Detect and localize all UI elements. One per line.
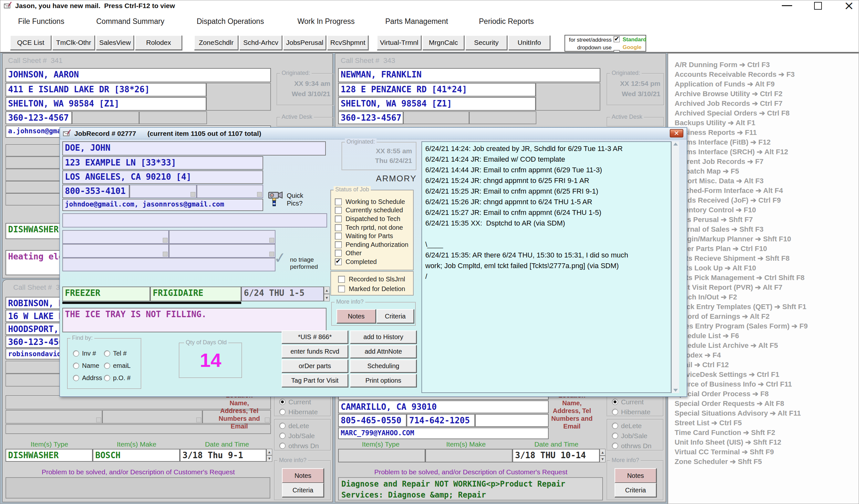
status-option[interactable]: Currently scheduled	[335, 206, 412, 215]
csr-city-field[interactable]: CAMARILLO, CA 93010	[338, 400, 549, 413]
status-option[interactable]: Recorded to SlsJrnl	[338, 274, 412, 284]
shortcut-item[interactable]: Fetched-Form Interface ➔ Alt F4	[675, 187, 859, 196]
dialog-action-button[interactable]: orDer parts	[282, 360, 348, 373]
radio-row[interactable]: Hibernate	[612, 407, 663, 417]
dialog-close-button[interactable]: ✕	[670, 129, 683, 138]
dlg-email-field[interactable]: johndoe@gmail.com, jasonnross@gmail.com	[62, 199, 263, 211]
shortcut-item[interactable]: Special Order Requests ➔ Alt F8	[675, 399, 859, 409]
radio-row[interactable]: deLete	[612, 421, 663, 431]
cs341-name-field[interactable]: JOHNSON, AARON	[5, 68, 271, 82]
toolbar-virtual-trmnl[interactable]: Virtual-Trmnl	[377, 35, 421, 50]
shortcut-item[interactable]: A/R Dunning Form ➔ Ctrl F3	[675, 61, 859, 70]
shortcut-item[interactable]: Quick Entry Templates (QET) ➔ Shft F1	[675, 303, 859, 312]
menu-dispatch-operations[interactable]: Dispatch Operations	[197, 17, 264, 26]
toolbar-qce-list[interactable]: QCE List	[10, 35, 51, 50]
status-option[interactable]: Marked for Deletion	[338, 284, 412, 294]
csr-email-field[interactable]: MARC_799@YAHOO.COM	[338, 427, 549, 439]
dialog-action-button[interactable]: Print options	[350, 374, 417, 387]
notes-button[interactable]: Notes	[282, 468, 324, 483]
shortcut-item[interactable]: Schedule List ➔ F6	[675, 332, 859, 341]
dlg-phone3-box[interactable]	[197, 185, 263, 198]
shortcut-item[interactable]: Parts Look Up ➔ Alt F10	[675, 264, 859, 273]
quick-pics-label[interactable]: Quick Pics?	[287, 192, 303, 207]
csr-phone2-field[interactable]: 714-642-1205	[407, 414, 475, 427]
dlg-phone2-box[interactable]	[130, 185, 197, 198]
dialog-action-button[interactable]: *UIS # 866*	[282, 330, 348, 344]
notes-button[interactable]: Notes	[615, 468, 657, 483]
cs341-phone3-box[interactable]	[139, 111, 207, 124]
dialog-action-button[interactable]: Scheduling	[350, 360, 417, 373]
status-option[interactable]: Dispatched to Tech	[335, 215, 412, 223]
find-by-option[interactable]: Inv #	[73, 347, 102, 360]
cs342-datetime-field[interactable]: 3/18 Thu 9-1	[180, 449, 267, 462]
shortcut-item[interactable]: Street List ➔ Ctrl F5	[675, 419, 859, 428]
dialog-action-button[interactable]: add to History	[350, 330, 417, 344]
csr-phone1-field[interactable]: 805-465-0550	[338, 414, 407, 427]
criteria-button[interactable]: Criteria	[282, 483, 324, 497]
shortcut-item[interactable]: Funds Received (JoF) ➔ Ctrl F9	[675, 196, 859, 206]
shortcut-item[interactable]: Backups Utility ➔ Alt F1	[675, 119, 859, 128]
dlg-problem-field[interactable]: THE ICE TRAY IS NOT FILLING.	[62, 308, 327, 332]
dlg-mid-field[interactable]	[62, 213, 327, 227]
radio-row[interactable]: Hibernate	[279, 407, 330, 417]
toolbar-rolodex[interactable]: Rolodex	[135, 35, 182, 50]
menu-file-functions[interactable]: File Functions	[18, 17, 64, 26]
csr-item-make-field[interactable]	[425, 449, 512, 462]
shortcut-item[interactable]: Zone Scheduler ➔ Shft F5	[675, 458, 859, 467]
cs342-problem-textarea[interactable]	[5, 477, 270, 499]
shortcut-item[interactable]: Application of Funds ➔ Alt F9	[675, 80, 859, 90]
criteria-button[interactable]: Criteria	[377, 309, 414, 323]
shortcut-item[interactable]: Export Misc. Data ➔ Alt F3	[675, 177, 859, 187]
find-by-option[interactable]: Addrss	[73, 372, 102, 384]
status-option[interactable]: Pending Authorization	[335, 240, 412, 249]
shortcut-item[interactable]: Sales Entry Program (Sales Form) ➔ F9	[675, 322, 859, 332]
radio-row[interactable]: othrws Dn	[279, 441, 330, 451]
find-by-option[interactable]: Name	[73, 360, 102, 372]
dlg-appointment-spinner[interactable]: ▲▼	[324, 286, 329, 301]
dlg-phone-field[interactable]: 800-353-4101	[62, 185, 130, 198]
shortcut-item[interactable]: Inventory Control ➔ F10	[675, 206, 859, 216]
shortcut-item[interactable]: Punch In/Out ➔ F2	[675, 293, 859, 303]
radio-row[interactable]: Current	[279, 397, 330, 407]
cs343-name-field[interactable]: NEWMAN, FRANKLIN	[338, 68, 600, 82]
close-button[interactable]: ×	[844, 0, 854, 13]
toolbar-rcvshpmnt[interactable]: RcvShpmnt	[327, 35, 368, 50]
csr-phone3-field[interactable]	[475, 414, 549, 427]
shortcut-item[interactable]: eMail ➔ Ctrl F12	[675, 361, 859, 371]
csr-datetime-spinner[interactable]: ▲▼	[600, 449, 605, 462]
status-option[interactable]: Waiting for Parts	[335, 232, 412, 240]
shortcut-item[interactable]: Jobs Perusal ➔ Shft F7	[675, 216, 859, 225]
shortcut-item[interactable]: Source of Business Info ➔ Ctrl F11	[675, 380, 859, 390]
cs343-phone3-box[interactable]	[469, 111, 537, 124]
find-by-option[interactable]: Tel #	[104, 347, 131, 360]
toolbar-salesview[interactable]: SalesView	[96, 35, 134, 50]
cs343-address-field[interactable]: 128 E PENZANCE RD [41*24]	[338, 83, 536, 96]
dlg-name-field[interactable]: DOE, JOHN	[62, 141, 326, 156]
shortcut-item[interactable]: Current Job Records ➔ F7	[675, 157, 859, 167]
dialog-action-button[interactable]: Tag Part for Visit	[282, 374, 348, 387]
toolbar-schd-arhcv[interactable]: Schd-Arhcv	[239, 35, 282, 50]
cs342-datetime-spinner[interactable]: ▲▼	[267, 449, 272, 462]
shortcut-item[interactable]: Time Card Function ➔ Shft F2	[675, 428, 859, 438]
status-option[interactable]: Completed	[335, 257, 412, 266]
cs342-item-make-field[interactable]: BOSCH	[93, 449, 180, 462]
cs341-phone-field[interactable]: 360-123-4567	[5, 111, 72, 124]
cs341-city-field[interactable]: SHELTON, WA 98584 [Z1]	[5, 97, 206, 111]
radio-row[interactable]: Current	[612, 397, 663, 407]
standard-checkbox[interactable]	[614, 36, 620, 42]
shortcut-item[interactable]: Record of Earnings ➔ Alt F2	[675, 312, 859, 322]
dialog-titlebar[interactable]: JobRecord # 02777 (current item 1105 out…	[60, 128, 687, 139]
dialog-action-button[interactable]: enter funds Rcvd	[282, 345, 348, 358]
cs341-phone2-box[interactable]	[72, 111, 139, 124]
dlg-address-field[interactable]: 123 EXAMPLE LN [33*33]	[62, 156, 263, 170]
toolbar-tmclk-othr[interactable]: TmClk-Othr	[52, 35, 95, 50]
cs341-address-field[interactable]: 411 E ISLAND LAKE DR [38*26]	[5, 83, 206, 96]
shortcut-item[interactable]: Accounts Receivable Records ➔ F3	[675, 70, 859, 80]
toolbar-security[interactable]: Security	[465, 35, 507, 50]
csr-item-type-field[interactable]	[338, 449, 425, 462]
shortcut-item[interactable]: Business Reports ➔ F11	[675, 128, 859, 138]
csr-datetime-field[interactable]: 3/18 THU 10-14	[512, 449, 600, 462]
radio-row[interactable]: deLete	[279, 421, 330, 431]
cs343-phone-field[interactable]: 360-123-4567	[338, 111, 403, 124]
shortcut-item[interactable]: Forms Interface (FitB) ➔ F12	[675, 138, 859, 148]
